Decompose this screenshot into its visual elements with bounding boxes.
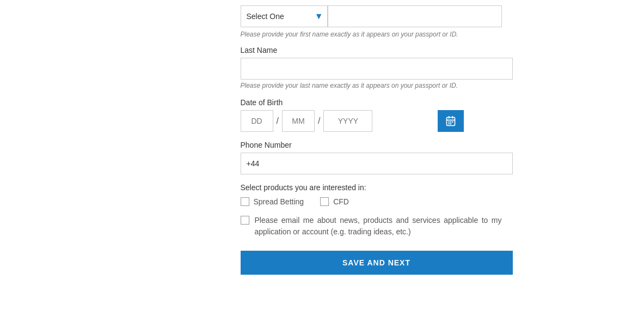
title-select[interactable]: Select One Mr Mrs Miss Ms Dr [241, 5, 328, 27]
dob-separator-1: / [273, 110, 282, 132]
dob-section: Date of Birth / / [241, 98, 502, 132]
title-firstname-row: Select One Mr Mrs Miss Ms Dr ▼ [241, 5, 502, 27]
last-name-hint: Please provide your last name exactly as… [241, 82, 502, 89]
spread-betting-label[interactable]: Spread Betting [254, 197, 304, 206]
phone-input[interactable] [241, 153, 513, 174]
first-name-hint: Please provide your first name exactly a… [241, 31, 502, 38]
phone-section: Phone Number [241, 141, 502, 174]
dob-dd-input[interactable] [241, 110, 273, 132]
spread-betting-item: Spread Betting [241, 197, 304, 206]
dob-row: / / [241, 110, 502, 132]
cfd-checkbox[interactable] [320, 197, 329, 206]
phone-label: Phone Number [241, 141, 502, 149]
email-consent-row: Please email me about news, products and… [241, 215, 502, 238]
products-section: Select products you are interested in: S… [241, 183, 502, 206]
last-name-label: Last Name [241, 46, 502, 55]
products-label: Select products you are interested in: [241, 183, 502, 192]
cfd-label[interactable]: CFD [333, 197, 349, 206]
last-name-input[interactable] [241, 58, 513, 80]
email-consent-label[interactable]: Please email me about news, products and… [255, 215, 502, 238]
save-next-button[interactable]: SAVE AND NEXT [241, 251, 513, 275]
dob-yyyy-input[interactable] [323, 110, 372, 132]
last-name-section: Last Name Please provide your last name … [241, 46, 502, 89]
products-checkbox-row: Spread Betting CFD [241, 197, 502, 206]
calendar-button[interactable] [438, 110, 464, 132]
cfd-item: CFD [320, 197, 349, 206]
title-select-wrapper: Select One Mr Mrs Miss Ms Dr ▼ [241, 5, 328, 27]
email-consent-checkbox[interactable] [241, 216, 249, 225]
dob-mm-input[interactable] [282, 110, 315, 132]
dob-separator-2: / [315, 110, 323, 132]
first-name-input[interactable] [328, 5, 502, 27]
dob-label: Date of Birth [241, 98, 502, 107]
spread-betting-checkbox[interactable] [241, 197, 249, 206]
calendar-icon [445, 116, 456, 126]
